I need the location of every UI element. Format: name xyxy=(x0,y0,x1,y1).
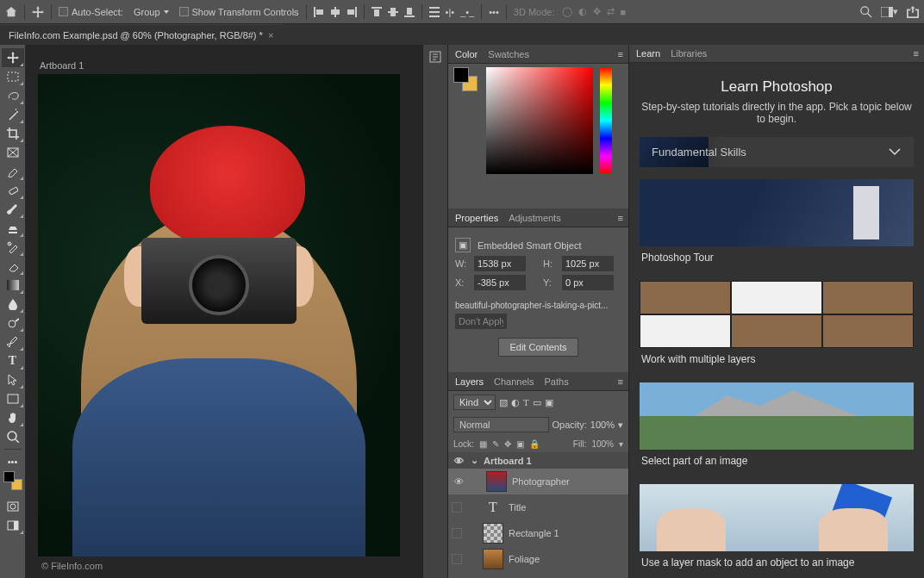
share-icon[interactable] xyxy=(907,6,919,18)
show-transform-checkbox[interactable]: Show Transform Controls xyxy=(179,7,299,17)
align-right-icon[interactable] xyxy=(346,7,357,17)
marquee-tool[interactable] xyxy=(2,67,24,86)
align-top-icon[interactable] xyxy=(371,7,382,17)
layer-row-photographer[interactable]: 👁 Photographer xyxy=(448,469,628,494)
visibility-toggle[interactable]: 👁 xyxy=(452,456,465,466)
clone-stamp-tool[interactable] xyxy=(2,219,24,238)
hand-tool[interactable] xyxy=(2,408,24,427)
layer-name[interactable]: Foliage xyxy=(509,554,540,564)
layer-row-foliage[interactable]: Foliage xyxy=(448,546,628,572)
home-icon[interactable] xyxy=(5,6,17,18)
layer-thumbnail[interactable] xyxy=(483,523,503,544)
hue-slider[interactable] xyxy=(600,67,612,174)
layer-row-artboard[interactable]: 👁 ⌄ Artboard 1 xyxy=(448,452,628,469)
layer-name[interactable]: Rectangle 1 xyxy=(509,528,559,538)
filter-pixel-icon[interactable]: ▧ xyxy=(499,397,508,408)
distribute-top-icon[interactable] xyxy=(429,7,440,17)
artboard-canvas[interactable] xyxy=(38,74,400,556)
height-field[interactable] xyxy=(562,256,614,271)
3d-slide-icon[interactable]: ⇄ xyxy=(607,6,615,17)
layer-row-title[interactable]: T Title xyxy=(448,494,628,520)
canvas-area[interactable]: Artboard 1 © FileInfo.com xyxy=(26,45,422,578)
blur-tool[interactable] xyxy=(2,295,24,314)
panel-menu-icon[interactable]: ≡ xyxy=(618,376,623,387)
tab-layers[interactable]: Layers xyxy=(455,376,484,387)
filter-smart-icon[interactable]: ▣ xyxy=(545,397,553,408)
visibility-toggle[interactable] xyxy=(452,502,462,513)
collapsed-dock[interactable] xyxy=(422,45,448,578)
tab-learn[interactable]: Learn xyxy=(636,48,660,59)
eyedropper-tool[interactable] xyxy=(2,162,24,181)
foreground-background-swatch[interactable] xyxy=(2,471,24,490)
opacity-value[interactable]: 100% xyxy=(590,420,615,430)
edit-contents-button[interactable]: Edit Contents xyxy=(498,338,578,357)
tab-color[interactable]: Color xyxy=(455,49,478,59)
history-brush-tool[interactable] xyxy=(2,238,24,257)
tab-swatches[interactable]: Swatches xyxy=(488,49,529,59)
visibility-toggle[interactable]: 👁 xyxy=(452,476,465,487)
layer-thumbnail[interactable]: T xyxy=(483,497,503,518)
layer-thumbnail[interactable] xyxy=(483,549,503,569)
lock-position-icon[interactable]: ✥ xyxy=(504,439,511,449)
visibility-toggle[interactable] xyxy=(452,554,462,564)
blend-mode-dropdown[interactable]: Normal xyxy=(453,417,549,432)
align-left-icon[interactable] xyxy=(314,7,324,17)
tab-libraries[interactable]: Libraries xyxy=(671,48,707,59)
workspace-icon[interactable]: ▾ xyxy=(881,6,898,17)
panel-menu-icon[interactable]: ≡ xyxy=(914,48,919,59)
learn-section-header[interactable]: Fundamental Skills xyxy=(640,137,914,167)
search-icon[interactable] xyxy=(860,6,872,18)
crop-tool[interactable] xyxy=(2,124,24,143)
filter-type-icon[interactable]: T xyxy=(523,397,529,407)
magic-wand-tool[interactable] xyxy=(2,105,24,124)
learn-card-tour[interactable]: Photoshop Tour xyxy=(640,179,914,269)
move-tool[interactable] xyxy=(2,48,24,67)
align-vcenter-icon[interactable] xyxy=(388,7,398,17)
auto-select-dropdown[interactable]: Group xyxy=(130,5,172,19)
frame-tool[interactable] xyxy=(2,143,24,162)
layer-kind-dropdown[interactable]: Kind xyxy=(453,395,496,410)
path-selection-tool[interactable] xyxy=(2,370,24,389)
healing-brush-tool[interactable] xyxy=(2,181,24,200)
tab-paths[interactable]: Paths xyxy=(545,376,569,387)
layer-comp-dropdown[interactable] xyxy=(455,314,507,329)
panel-menu-icon[interactable]: ≡ xyxy=(618,49,623,59)
disclosure-icon[interactable]: ⌄ xyxy=(471,455,478,466)
layer-name[interactable]: Artboard 1 xyxy=(484,456,532,466)
pen-tool[interactable] xyxy=(2,333,24,351)
type-tool[interactable]: T xyxy=(2,351,24,370)
fill-value[interactable]: 100% xyxy=(591,439,614,449)
document-tab[interactable]: FileInfo.com Example.psd @ 60% (Photogra… xyxy=(0,24,282,45)
lock-transparency-icon[interactable]: ▦ xyxy=(479,439,487,449)
width-field[interactable] xyxy=(474,256,526,271)
filter-adjust-icon[interactable]: ◐ xyxy=(511,397,520,408)
eraser-tool[interactable] xyxy=(2,257,24,276)
rectangle-tool[interactable] xyxy=(2,389,24,408)
align-hcenter-icon[interactable] xyxy=(330,7,340,17)
layer-row-rectangle[interactable]: Rectangle 1 xyxy=(448,520,628,546)
auto-select-checkbox[interactable]: Auto-Select: xyxy=(59,7,123,17)
learn-card-mask[interactable]: Use a layer mask to add an object to an … xyxy=(640,484,914,574)
lasso-tool[interactable] xyxy=(2,86,24,105)
zoom-tool[interactable] xyxy=(2,427,24,446)
3d-camera-icon[interactable]: ■ xyxy=(621,6,627,17)
artboard-label[interactable]: Artboard 1 xyxy=(40,60,414,71)
history-panel-icon[interactable] xyxy=(428,50,442,578)
layer-name[interactable]: Photographer xyxy=(512,476,570,487)
panel-menu-icon[interactable]: ≡ xyxy=(618,213,623,223)
learn-card-layers[interactable]: Work with multiple layers xyxy=(640,281,914,370)
tab-properties[interactable]: Properties xyxy=(455,213,498,223)
lock-artboard-icon[interactable]: ▣ xyxy=(516,439,524,449)
dodge-tool[interactable] xyxy=(2,314,24,333)
visibility-toggle[interactable] xyxy=(452,528,462,538)
gradient-tool[interactable] xyxy=(2,276,24,295)
layer-name[interactable]: Title xyxy=(509,502,526,513)
learn-card-select[interactable]: Select part of an image xyxy=(640,382,914,472)
3d-pan-icon[interactable]: ✥ xyxy=(593,6,601,17)
tab-adjustments[interactable]: Adjustments xyxy=(509,213,561,223)
align-bottom-icon[interactable] xyxy=(404,7,415,17)
filter-shape-icon[interactable]: ▭ xyxy=(533,397,541,408)
edit-toolbar-icon[interactable]: ••• xyxy=(2,452,24,471)
quick-mask-icon[interactable] xyxy=(2,497,24,516)
distribute-bottom-icon[interactable]: _•_ xyxy=(460,7,474,17)
